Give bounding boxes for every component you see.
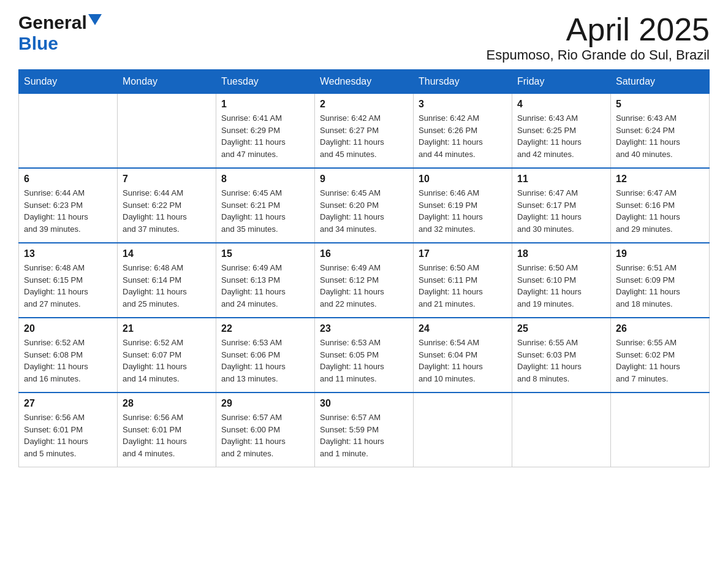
calendar-cell: 27Sunrise: 6:56 AM Sunset: 6:01 PM Dayli…	[19, 393, 118, 467]
day-header-wednesday: Wednesday	[315, 70, 414, 94]
day-info: Sunrise: 6:46 AM Sunset: 6:19 PM Dayligh…	[419, 187, 507, 235]
calendar-cell: 22Sunrise: 6:53 AM Sunset: 6:06 PM Dayli…	[216, 318, 315, 393]
day-info: Sunrise: 6:43 AM Sunset: 6:25 PM Dayligh…	[517, 112, 605, 160]
day-header-sunday: Sunday	[19, 70, 118, 94]
calendar-cell: 17Sunrise: 6:50 AM Sunset: 6:11 PM Dayli…	[414, 243, 512, 318]
day-number: 3	[419, 99, 507, 110]
day-info: Sunrise: 6:45 AM Sunset: 6:20 PM Dayligh…	[320, 187, 408, 235]
day-info: Sunrise: 6:56 AM Sunset: 6:01 PM Dayligh…	[123, 412, 211, 459]
title-block: April 2025 Espumoso, Rio Grande do Sul, …	[487, 12, 710, 63]
day-number: 27	[24, 398, 112, 409]
day-header-tuesday: Tuesday	[216, 70, 315, 94]
day-info: Sunrise: 6:56 AM Sunset: 6:01 PM Dayligh…	[24, 412, 112, 459]
calendar-cell: 1Sunrise: 6:41 AM Sunset: 6:29 PM Daylig…	[216, 94, 315, 169]
day-number: 6	[24, 174, 112, 185]
calendar-cell: 2Sunrise: 6:42 AM Sunset: 6:27 PM Daylig…	[315, 94, 414, 169]
day-info: Sunrise: 6:50 AM Sunset: 6:10 PM Dayligh…	[517, 262, 605, 310]
calendar-cell: 18Sunrise: 6:50 AM Sunset: 6:10 PM Dayli…	[512, 243, 611, 318]
day-number: 15	[221, 248, 309, 259]
day-info: Sunrise: 6:44 AM Sunset: 6:22 PM Dayligh…	[123, 187, 211, 235]
calendar-cell: 12Sunrise: 6:47 AM Sunset: 6:16 PM Dayli…	[611, 168, 710, 243]
calendar-cell: 14Sunrise: 6:48 AM Sunset: 6:14 PM Dayli…	[118, 243, 216, 318]
day-number: 9	[320, 174, 408, 185]
day-info: Sunrise: 6:54 AM Sunset: 6:04 PM Dayligh…	[419, 337, 507, 385]
day-number: 2	[320, 99, 408, 110]
calendar-cell: 30Sunrise: 6:57 AM Sunset: 5:59 PM Dayli…	[315, 393, 414, 467]
calendar-cell: 8Sunrise: 6:45 AM Sunset: 6:21 PM Daylig…	[216, 168, 315, 243]
day-info: Sunrise: 6:44 AM Sunset: 6:23 PM Dayligh…	[24, 187, 112, 235]
day-number: 13	[24, 248, 112, 259]
calendar-table: SundayMondayTuesdayWednesdayThursdayFrid…	[18, 69, 710, 467]
day-info: Sunrise: 6:43 AM Sunset: 6:24 PM Dayligh…	[616, 112, 704, 160]
day-info: Sunrise: 6:42 AM Sunset: 6:26 PM Dayligh…	[419, 112, 507, 160]
day-number: 25	[517, 323, 605, 334]
logo-general-text: General	[18, 12, 87, 33]
location-text: Espumoso, Rio Grande do Sul, Brazil	[487, 47, 710, 63]
calendar-cell	[611, 393, 710, 467]
day-number: 18	[517, 248, 605, 259]
day-info: Sunrise: 6:45 AM Sunset: 6:21 PM Dayligh…	[221, 187, 309, 235]
day-info: Sunrise: 6:53 AM Sunset: 6:06 PM Dayligh…	[221, 337, 309, 385]
day-info: Sunrise: 6:52 AM Sunset: 6:08 PM Dayligh…	[24, 337, 112, 385]
day-info: Sunrise: 6:55 AM Sunset: 6:03 PM Dayligh…	[517, 337, 605, 385]
svg-marker-0	[88, 14, 102, 25]
calendar-cell	[19, 94, 118, 169]
day-number: 30	[320, 398, 408, 409]
calendar-cell: 11Sunrise: 6:47 AM Sunset: 6:17 PM Dayli…	[512, 168, 611, 243]
day-number: 14	[123, 248, 211, 259]
day-info: Sunrise: 6:53 AM Sunset: 6:05 PM Dayligh…	[320, 337, 408, 385]
day-info: Sunrise: 6:48 AM Sunset: 6:15 PM Dayligh…	[24, 262, 112, 310]
day-number: 29	[221, 398, 309, 409]
day-number: 22	[221, 323, 309, 334]
calendar-cell: 26Sunrise: 6:55 AM Sunset: 6:02 PM Dayli…	[611, 318, 710, 393]
day-info: Sunrise: 6:57 AM Sunset: 5:59 PM Dayligh…	[320, 412, 408, 459]
logo-triangle-icon	[88, 14, 102, 33]
calendar-cell: 24Sunrise: 6:54 AM Sunset: 6:04 PM Dayli…	[414, 318, 512, 393]
day-number: 4	[517, 99, 605, 110]
day-info: Sunrise: 6:51 AM Sunset: 6:09 PM Dayligh…	[616, 262, 704, 310]
day-number: 19	[616, 248, 704, 259]
day-number: 17	[419, 248, 507, 259]
day-number: 16	[320, 248, 408, 259]
day-number: 24	[419, 323, 507, 334]
day-info: Sunrise: 6:47 AM Sunset: 6:17 PM Dayligh…	[517, 187, 605, 235]
day-number: 21	[123, 323, 211, 334]
calendar-cell: 9Sunrise: 6:45 AM Sunset: 6:20 PM Daylig…	[315, 168, 414, 243]
day-number: 11	[517, 174, 605, 185]
page-header: General Blue April 2025 Espumoso, Rio Gr…	[18, 12, 710, 63]
calendar-cell: 29Sunrise: 6:57 AM Sunset: 6:00 PM Dayli…	[216, 393, 315, 467]
calendar-cell: 3Sunrise: 6:42 AM Sunset: 6:26 PM Daylig…	[414, 94, 512, 169]
calendar-cell	[512, 393, 611, 467]
day-number: 5	[616, 99, 704, 110]
calendar-cell: 23Sunrise: 6:53 AM Sunset: 6:05 PM Dayli…	[315, 318, 414, 393]
logo-blue-text: Blue	[18, 33, 58, 53]
day-number: 23	[320, 323, 408, 334]
calendar-cell: 7Sunrise: 6:44 AM Sunset: 6:22 PM Daylig…	[118, 168, 216, 243]
day-info: Sunrise: 6:50 AM Sunset: 6:11 PM Dayligh…	[419, 262, 507, 310]
day-header-monday: Monday	[118, 70, 216, 94]
calendar-cell: 13Sunrise: 6:48 AM Sunset: 6:15 PM Dayli…	[19, 243, 118, 318]
calendar-cell: 21Sunrise: 6:52 AM Sunset: 6:07 PM Dayli…	[118, 318, 216, 393]
calendar-cell: 5Sunrise: 6:43 AM Sunset: 6:24 PM Daylig…	[611, 94, 710, 169]
day-header-saturday: Saturday	[611, 70, 710, 94]
day-info: Sunrise: 6:55 AM Sunset: 6:02 PM Dayligh…	[616, 337, 704, 385]
day-number: 7	[123, 174, 211, 185]
calendar-cell: 6Sunrise: 6:44 AM Sunset: 6:23 PM Daylig…	[19, 168, 118, 243]
day-info: Sunrise: 6:48 AM Sunset: 6:14 PM Dayligh…	[123, 262, 211, 310]
calendar-cell: 15Sunrise: 6:49 AM Sunset: 6:13 PM Dayli…	[216, 243, 315, 318]
calendar-cell	[118, 94, 216, 169]
day-info: Sunrise: 6:49 AM Sunset: 6:12 PM Dayligh…	[320, 262, 408, 310]
day-info: Sunrise: 6:42 AM Sunset: 6:27 PM Dayligh…	[320, 112, 408, 160]
day-info: Sunrise: 6:47 AM Sunset: 6:16 PM Dayligh…	[616, 187, 704, 235]
calendar-cell: 10Sunrise: 6:46 AM Sunset: 6:19 PM Dayli…	[414, 168, 512, 243]
calendar-cell: 20Sunrise: 6:52 AM Sunset: 6:08 PM Dayli…	[19, 318, 118, 393]
day-number: 8	[221, 174, 309, 185]
day-header-thursday: Thursday	[414, 70, 512, 94]
day-number: 12	[616, 174, 704, 185]
day-info: Sunrise: 6:52 AM Sunset: 6:07 PM Dayligh…	[123, 337, 211, 385]
day-header-friday: Friday	[512, 70, 611, 94]
calendar-cell: 19Sunrise: 6:51 AM Sunset: 6:09 PM Dayli…	[611, 243, 710, 318]
day-number: 10	[419, 174, 507, 185]
logo: General Blue	[18, 12, 102, 54]
day-number: 28	[123, 398, 211, 409]
